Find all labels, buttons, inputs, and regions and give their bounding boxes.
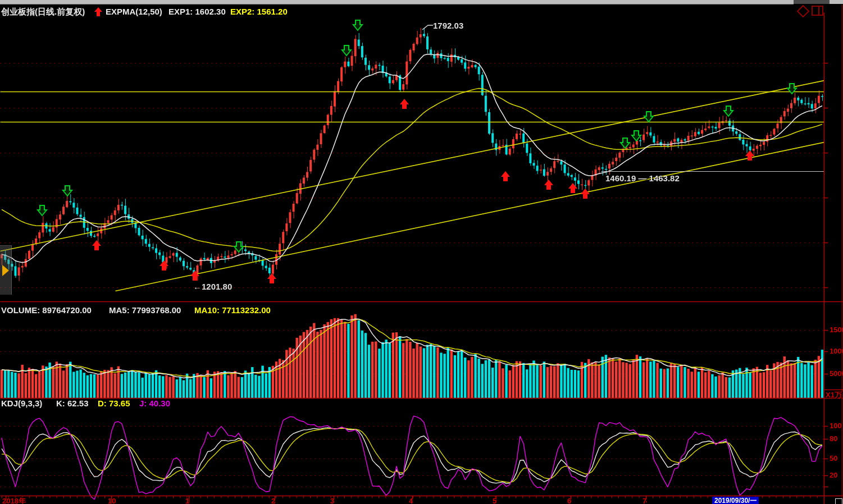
kdj-scale-label: 100: [830, 422, 842, 430]
scrollbar-thumb[interactable]: [0, 0, 794, 4]
symbol-title: 创业板指(日线.前复权): [1, 7, 85, 16]
volume-ma10-value: MA10: 77113232.00: [194, 305, 271, 315]
x-axis-label: 4: [409, 497, 413, 504]
scrollbar-button[interactable]: [830, 0, 843, 4]
up-arrow-icon: [94, 7, 102, 17]
current-date-chip: 2019/09/30/一: [712, 497, 759, 504]
volume-value: VOLUME: 89764720.00: [1, 305, 92, 315]
expand-arrow-icon: [1, 263, 10, 278]
kdj-indicator-name: KDJ(9,3,3): [1, 398, 42, 408]
support-level-annotation: 1460.19 — 1463.82: [605, 173, 680, 183]
volume-scale-label: 15000: [830, 326, 843, 334]
kdj-k-value: K: 62.53: [56, 398, 89, 408]
x-axis-label: 3: [330, 497, 334, 504]
peak-price-annotation: 1792.03: [433, 21, 463, 30]
volume-unit-label: X1万: [826, 391, 842, 399]
trough-price-annotation: ←1201.80: [193, 282, 232, 291]
kdj-d-value: D: 73.65: [98, 398, 130, 408]
window-restore-icon[interactable]: [811, 4, 826, 18]
kdj-scale-label: 50: [830, 455, 837, 462]
chart-canvas[interactable]: [0, 0, 843, 504]
top-scrollbar[interactable]: [0, 0, 843, 4]
kdj-j-value: J: 40.30: [139, 398, 170, 408]
x-axis-label: 1: [185, 497, 189, 504]
drawer-handle[interactable]: [0, 245, 12, 295]
corner-button[interactable]: [835, 498, 842, 504]
x-axis-label: 5: [493, 497, 496, 504]
volume-ma5-value: MA5: 77993768.00: [109, 305, 181, 315]
kdj-scale-label: 20: [830, 471, 837, 479]
diamond-icon[interactable]: [797, 5, 809, 17]
trading-app-window: { "header": { "symbol": "创业板指(日线.前复权)", …: [0, 0, 843, 504]
exp1-value: EXP1: 1602.30: [168, 7, 226, 16]
kdj-scale-label: 80: [830, 435, 837, 443]
indicator-name: EXPMA(12,50): [106, 7, 162, 16]
volume-scale-label: 10000: [830, 347, 843, 355]
x-axis-label: 2: [271, 497, 275, 504]
volume-scale-label: 5000: [830, 370, 843, 378]
x-axis-label: 10: [108, 497, 116, 504]
x-axis-label: 2018年: [2, 497, 26, 504]
x-axis-label: 6: [567, 497, 571, 504]
x-axis-label: 7: [642, 497, 646, 504]
exp2-value: EXP2: 1561.20: [230, 7, 288, 16]
